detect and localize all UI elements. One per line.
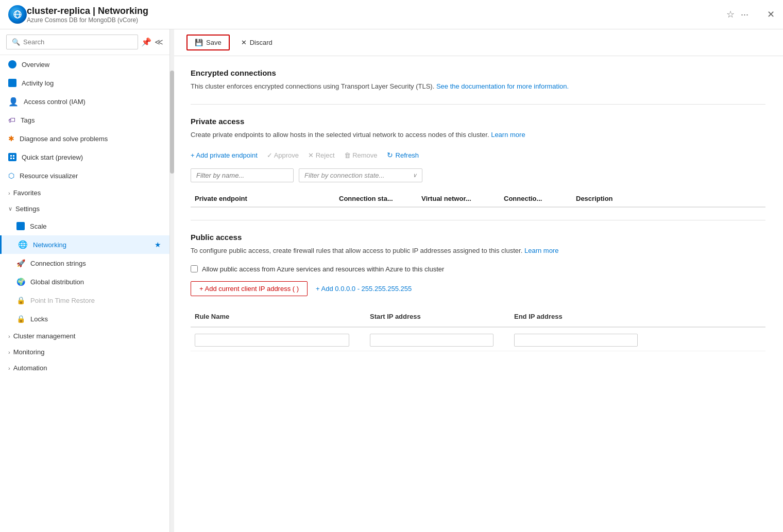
- sidebar-item-locks[interactable]: 🔒 Locks: [0, 310, 169, 328]
- chevron-right-monitoring-icon: ›: [8, 349, 10, 355]
- approve-label: ✓ Approve: [267, 151, 299, 159]
- remove-label: 🗑 Remove: [344, 151, 378, 159]
- end-ip-input[interactable]: [514, 334, 638, 347]
- scale-icon: [16, 222, 25, 230]
- col-header-private-endpoint: Private endpoint: [191, 195, 335, 202]
- add-private-endpoint-button[interactable]: + Add private endpoint: [191, 149, 258, 161]
- filter-row: Filter by connection state... ∨: [191, 168, 765, 182]
- ip-table-header: Rule Name Start IP address End IP addres…: [191, 306, 765, 328]
- more-options-icon[interactable]: ···: [741, 9, 748, 20]
- encrypted-connections-link[interactable]: See the documentation for more informati…: [436, 82, 569, 90]
- private-access-link[interactable]: Learn more: [491, 131, 525, 139]
- sidebar-label-point-in-time: Point In Time Restore: [30, 297, 161, 304]
- sidebar-scrollbar-thumb[interactable]: [170, 71, 174, 174]
- save-icon: 💾: [195, 39, 203, 46]
- add-range-button[interactable]: + Add 0.0.0.0 - 255.255.255.255: [316, 285, 412, 293]
- allow-azure-services-row: Allow public access from Azure services …: [191, 265, 765, 273]
- filter-state-placeholder: Filter by connection state...: [304, 171, 384, 179]
- public-access-desc: To configure public access, create firew…: [191, 246, 765, 256]
- restore-icon: 🔒: [16, 296, 25, 304]
- svg-rect-5: [13, 155, 14, 157]
- ip-table-row-1: [191, 330, 765, 351]
- col-header-virtual-network: Virtual networ...: [417, 195, 500, 202]
- sidebar-item-iam[interactable]: 👤 Access control (IAM): [0, 92, 169, 111]
- sidebar-label-favorites: Favorites: [13, 189, 41, 197]
- sidebar-label-settings: Settings: [15, 205, 40, 213]
- chevron-right-favorites-icon: ›: [8, 190, 10, 196]
- sidebar-item-overview[interactable]: Overview: [0, 55, 169, 74]
- sidebar-item-global-distribution[interactable]: 🌍 Global distribution: [0, 272, 169, 291]
- content-body: Encrypted connections This cluster enfor…: [174, 56, 782, 364]
- collapse-icon[interactable]: ≪: [155, 37, 163, 47]
- sidebar-label-overview: Overview: [22, 61, 161, 68]
- end-ip-cell: [510, 332, 654, 349]
- public-access-link[interactable]: Learn more: [524, 247, 558, 254]
- sidebar-item-activity-log[interactable]: Activity log: [0, 74, 169, 92]
- filter-by-name-input[interactable]: [191, 168, 294, 182]
- private-endpoints-table-header: Private endpoint Connection sta... Virtu…: [191, 191, 765, 208]
- private-access-title: Private access: [191, 117, 765, 126]
- start-ip-input[interactable]: [370, 334, 493, 347]
- allow-azure-services-checkbox[interactable]: [191, 265, 198, 272]
- sidebar-label-cluster-management: Cluster management: [13, 332, 76, 340]
- search-input[interactable]: [23, 38, 132, 46]
- refresh-button[interactable]: ↻ Refresh: [387, 149, 419, 161]
- sidebar-expandable-automation[interactable]: › Automation: [0, 360, 169, 376]
- sidebar-expandable-cluster-management[interactable]: › Cluster management: [0, 328, 169, 344]
- sidebar-item-quickstart[interactable]: Quick start (preview): [0, 148, 169, 166]
- col-header-description: Description: [572, 195, 765, 202]
- add-client-ip-button[interactable]: + Add current client IP address ( ): [191, 281, 308, 296]
- public-access-section: Public access To configure public access…: [191, 233, 765, 351]
- remove-button[interactable]: 🗑 Remove: [344, 149, 378, 161]
- sidebar-expandable-settings[interactable]: ∨ Settings: [0, 201, 169, 217]
- pin-icon[interactable]: 📌: [141, 37, 151, 47]
- sidebar-item-resource-visualizer[interactable]: ⬡ Resource visualizer: [0, 166, 169, 185]
- top-bar-actions: ☆ ··· ✕: [726, 9, 775, 20]
- col-header-start-ip: Start IP address: [366, 311, 510, 322]
- close-icon[interactable]: ✕: [767, 9, 775, 20]
- approve-button[interactable]: ✓ Approve: [267, 149, 299, 161]
- sidebar-item-point-in-time: 🔒 Point In Time Restore: [0, 291, 169, 310]
- start-ip-cell: [366, 332, 510, 349]
- overview-icon: [8, 60, 16, 68]
- private-access-text: Create private endpoints to allow hosts …: [191, 131, 489, 139]
- add-range-label: + Add 0.0.0.0 - 255.255.255.255: [316, 285, 412, 293]
- filter-by-state-dropdown[interactable]: Filter by connection state... ∨: [299, 168, 422, 182]
- add-endpoint-label: + Add private endpoint: [191, 151, 258, 159]
- encrypted-connections-title: Encrypted connections: [191, 68, 765, 77]
- window-subtitle: Azure Cosmos DB for MongoDB (vCore): [27, 16, 726, 24]
- sidebar-search-container: 🔍 📌 ≪: [0, 29, 169, 55]
- svg-rect-4: [10, 155, 12, 157]
- allow-azure-services-label: Allow public access from Azure services …: [202, 265, 444, 273]
- save-button[interactable]: 💾 Save: [186, 35, 230, 50]
- sidebar-label-iam: Access control (IAM): [24, 98, 161, 106]
- search-box[interactable]: 🔍: [6, 35, 138, 49]
- add-client-ip-label: + Add current client IP address (: [199, 285, 295, 293]
- sidebar-item-scale[interactable]: Scale: [0, 217, 169, 235]
- favorite-star-icon[interactable]: ☆: [726, 9, 735, 20]
- rule-name-input[interactable]: [195, 334, 349, 347]
- sidebar-label-networking: Networking: [33, 241, 149, 249]
- chevron-right-cluster-icon: ›: [8, 333, 10, 339]
- content-area: 💾 Save ✕ Discard Encrypted connections T…: [174, 29, 783, 532]
- chevron-right-automation-icon: ›: [8, 365, 10, 371]
- col-header-connection-state: Connection sta...: [335, 195, 417, 202]
- diagnose-icon: ✱: [8, 134, 14, 143]
- sidebar-item-connection-strings[interactable]: 🚀 Connection strings: [0, 254, 169, 272]
- sidebar-expandable-monitoring[interactable]: › Monitoring: [0, 344, 169, 360]
- networking-star-icon: ★: [155, 241, 161, 249]
- encrypted-connections-desc: This cluster enforces encrypted connecti…: [191, 81, 765, 92]
- reject-button[interactable]: ✕ Reject: [308, 149, 334, 161]
- sidebar-label-global-distribution: Global distribution: [30, 278, 161, 286]
- public-access-text: To configure public access, create firew…: [191, 247, 522, 254]
- sidebar-item-diagnose[interactable]: ✱ Diagnose and solve problems: [0, 129, 169, 148]
- sidebar-scrollbar[interactable]: [170, 29, 174, 532]
- sidebar-item-networking[interactable]: 🌐 Networking ★: [0, 235, 169, 254]
- private-access-desc: Create private endpoints to allow hosts …: [191, 130, 765, 140]
- sidebar-label-tags: Tags: [21, 116, 161, 124]
- sidebar-label-activity-log: Activity log: [22, 79, 161, 87]
- sidebar-item-tags[interactable]: 🏷 Tags: [0, 111, 169, 129]
- top-bar: cluster-replica | Networking Azure Cosmo…: [0, 0, 783, 29]
- sidebar-expandable-favorites[interactable]: › Favorites: [0, 185, 169, 201]
- discard-button[interactable]: ✕ Discard: [234, 36, 280, 49]
